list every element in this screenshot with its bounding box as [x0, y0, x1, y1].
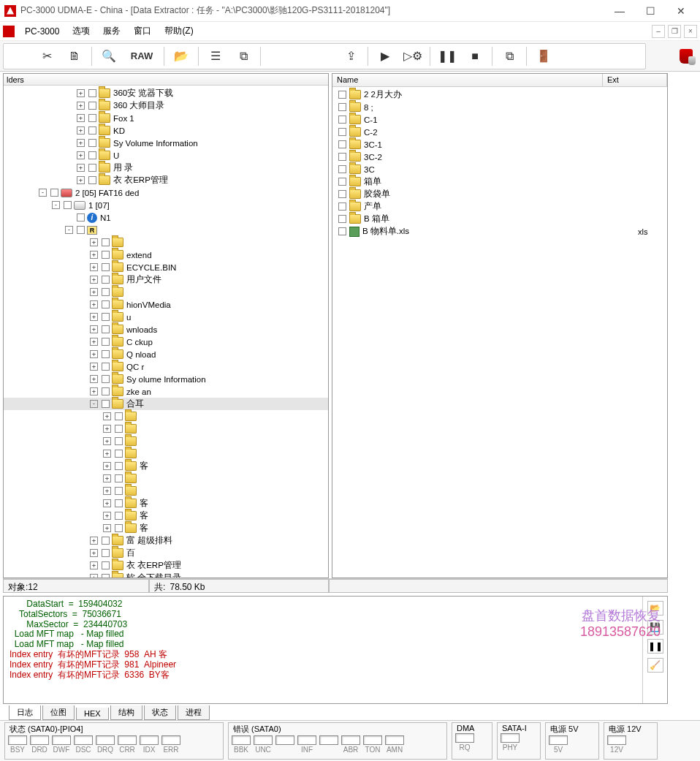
expand-icon[interactable]: + — [103, 512, 111, 520]
expand-icon[interactable]: + — [90, 338, 98, 346]
expand-icon[interactable]: + — [90, 263, 98, 271]
checkbox[interactable] — [115, 425, 123, 433]
checkbox[interactable] — [102, 561, 110, 569]
tree-row[interactable]: + 客 — [4, 510, 328, 522]
log-clear-icon[interactable]: 🧹 — [647, 658, 663, 673]
expand-icon[interactable]: + — [103, 450, 111, 458]
checkbox[interactable] — [115, 524, 123, 532]
binoculars-icon[interactable]: 🔍 — [96, 45, 122, 67]
tab-log[interactable]: 日志 — [9, 705, 41, 720]
mdi-restore-icon[interactable]: ❐ — [668, 25, 681, 38]
expand-icon[interactable]: + — [90, 350, 98, 358]
checkbox[interactable] — [338, 215, 346, 223]
checkbox[interactable] — [338, 128, 346, 136]
tree-row[interactable]: + — [4, 236, 328, 249]
menu-service[interactable]: 服务 — [97, 23, 126, 39]
expand-icon[interactable]: + — [90, 238, 98, 246]
tree-row[interactable]: +用 录 — [4, 162, 328, 174]
export-icon[interactable]: ⇪ — [338, 45, 364, 67]
menu-help[interactable]: 帮助(Z) — [159, 23, 199, 39]
maximize-button[interactable]: ☐ — [636, 1, 665, 21]
list-icon[interactable]: ☰ — [202, 45, 229, 67]
checkbox[interactable] — [102, 537, 110, 545]
expand-icon[interactable]: + — [90, 387, 98, 395]
checkbox[interactable] — [77, 226, 85, 234]
checkbox[interactable] — [338, 153, 346, 161]
expand-icon[interactable]: + — [103, 487, 111, 495]
log-text[interactable]: DataStart = 159404032 TotalSectors = 750… — [4, 597, 642, 703]
tree-row[interactable]: +ECYCLE.BIN — [4, 261, 328, 273]
tab-bitmap[interactable]: 位图 — [42, 705, 75, 720]
checkbox[interactable] — [102, 363, 110, 371]
tree-row[interactable]: +衣 衣ERP管理 — [4, 174, 328, 186]
checkbox[interactable] — [102, 574, 110, 578]
tab-struct[interactable]: 结构 — [110, 705, 142, 720]
checkbox[interactable] — [102, 338, 110, 346]
expand-icon[interactable]: + — [90, 375, 98, 383]
tree-row[interactable]: iN1 — [4, 211, 328, 224]
tree-row[interactable]: +360安 览器下载 — [4, 87, 328, 99]
tree-row[interactable]: +客 — [4, 460, 328, 472]
tree-row[interactable]: +客 — [4, 497, 328, 510]
tree-row[interactable]: + — [4, 472, 328, 485]
checkbox[interactable] — [50, 189, 58, 197]
checkbox[interactable] — [102, 313, 110, 321]
checkbox[interactable] — [77, 213, 85, 222]
expand-icon[interactable]: + — [77, 151, 85, 159]
checkbox[interactable] — [338, 140, 346, 148]
expand-icon[interactable]: + — [90, 363, 98, 371]
tree-row[interactable]: +u — [4, 311, 328, 323]
tree-row[interactable]: -2 [05] FAT16 ded — [4, 186, 328, 199]
checkbox[interactable] — [88, 151, 96, 159]
checkbox[interactable] — [102, 300, 110, 308]
checkbox[interactable] — [88, 89, 96, 97]
list-item[interactable]: C-1 — [332, 113, 667, 126]
expand-icon[interactable]: + — [90, 313, 98, 321]
collapse-icon[interactable]: - — [52, 201, 60, 209]
expand-icon[interactable]: + — [90, 251, 98, 259]
tree-row[interactable]: + — [4, 485, 328, 497]
play-icon[interactable]: ▶ — [372, 45, 398, 67]
tree-row[interactable]: +富 超级排料 — [4, 534, 328, 547]
tab-status[interactable]: 状态 — [144, 705, 176, 720]
list-item[interactable]: 胶袋单 — [332, 188, 667, 200]
copy-icon[interactable]: ⧉ — [496, 45, 522, 67]
collapse-icon[interactable]: - — [39, 189, 47, 197]
tree-row[interactable]: +QC r — [4, 360, 328, 373]
tree-row[interactable]: -合耳 — [4, 398, 328, 410]
tree-row[interactable]: + — [4, 423, 328, 435]
expand-icon[interactable]: + — [103, 462, 111, 470]
folder-tree[interactable]: +360安 览器下载+360 大师目录+Fox 1+KD+Sy Volume I… — [4, 86, 328, 578]
list-item[interactable]: 3C-1 — [332, 138, 667, 151]
tree-row[interactable]: +Sy Volume Information — [4, 137, 328, 149]
menu-window[interactable]: 窗口 — [128, 23, 157, 39]
tree-row[interactable]: +Sy olume Information — [4, 373, 328, 385]
exit-icon[interactable]: 🚪 — [530, 45, 557, 67]
checkbox[interactable] — [102, 387, 110, 395]
log-pause-icon[interactable]: ❚❚ — [647, 639, 663, 654]
raw-button[interactable]: RAW — [123, 45, 160, 67]
expand-icon[interactable]: + — [90, 300, 98, 308]
checkbox[interactable] — [102, 263, 110, 271]
checkbox[interactable] — [102, 288, 110, 296]
play-config-icon[interactable]: ▷⚙ — [400, 45, 426, 67]
minimize-button[interactable]: — — [605, 1, 634, 21]
tree-row[interactable]: +hionVMedia — [4, 298, 328, 311]
folder-open-icon[interactable]: 📂 — [168, 45, 194, 67]
collapse-icon[interactable]: - — [65, 226, 73, 234]
expand-icon[interactable]: + — [90, 537, 98, 545]
checkbox[interactable] — [102, 375, 110, 383]
list-item[interactable]: 箱单 — [332, 175, 667, 188]
checkbox[interactable] — [102, 325, 110, 333]
tab-hex[interactable]: HEX — [76, 708, 109, 720]
checkbox[interactable] — [102, 238, 110, 246]
expand-icon[interactable]: + — [77, 176, 85, 184]
checkbox[interactable] — [338, 202, 346, 211]
tools-icon[interactable]: ✂ — [34, 45, 60, 67]
tree-row[interactable]: +百 — [4, 547, 328, 559]
collapse-icon[interactable]: - — [90, 400, 98, 408]
checkbox[interactable] — [102, 350, 110, 358]
checkbox[interactable] — [338, 178, 346, 186]
menu-brand[interactable]: PC-3000 — [19, 24, 65, 39]
checkbox[interactable] — [115, 437, 123, 445]
